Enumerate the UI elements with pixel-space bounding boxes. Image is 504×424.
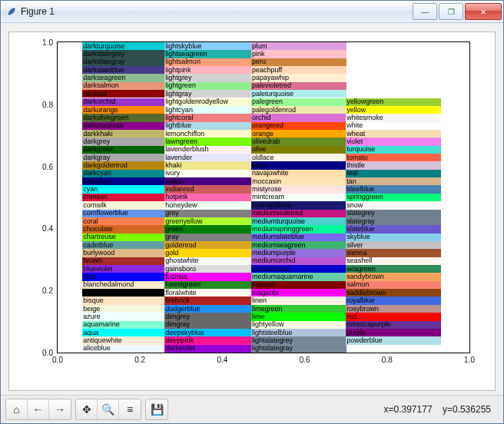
y-tick: 0.0: [42, 349, 53, 357]
color-swatch: cyan: [82, 185, 165, 193]
y-tick: 0.4: [42, 224, 53, 233]
figure-window: Figure 1 — ❐ ✕ darkturquoiselightskyblue…: [0, 0, 504, 424]
color-swatch: lightsalmon: [164, 58, 252, 66]
color-swatch: aqua: [82, 329, 165, 336]
color-swatch: royalblue: [346, 296, 441, 304]
maximize-button[interactable]: ❐: [439, 3, 463, 20]
figure-canvas[interactable]: darkturquoiselightskyblueplumdarkslategr…: [8, 31, 496, 391]
color-swatch: olive: [251, 146, 346, 154]
color-swatch: mediumorchid: [251, 257, 346, 265]
color-swatch: turquoise: [346, 146, 441, 154]
color-swatch: palevioletred: [251, 82, 346, 90]
color-swatch: darkgray: [82, 154, 165, 161]
color-swatch: chocolate: [82, 225, 165, 233]
color-swatch: paleturquoise: [251, 90, 346, 98]
color-swatch: mistyrose: [251, 185, 346, 193]
color-swatch: antiquewhite: [82, 336, 165, 344]
pan-button[interactable]: ✥: [76, 399, 98, 419]
color-swatch: violet: [346, 137, 441, 145]
color-swatch: khaki: [164, 161, 252, 169]
color-swatch: lightgrey: [164, 74, 252, 81]
color-swatch: seagreen: [346, 265, 441, 273]
color-swatch: darkorange: [82, 106, 165, 114]
nav-toolbar: ⌂ ← → ✥ 🔍 ≡ 💾 x=0.397177 y=0.536255: [1, 395, 503, 423]
x-tick: 0.2: [134, 356, 145, 364]
color-swatch: tan: [346, 177, 441, 185]
color-swatch: thistle: [346, 161, 441, 169]
color-swatch: rosybrown: [346, 305, 441, 313]
color-swatch: sienna: [346, 249, 441, 257]
minimize-button[interactable]: —: [413, 3, 437, 20]
save-icon: 💾: [151, 403, 164, 416]
color-swatch: orchid: [251, 114, 346, 121]
x-tick: 0.4: [217, 356, 227, 364]
color-swatch: mintcream: [251, 194, 346, 201]
color-swatch: crimson: [82, 194, 165, 201]
color-swatch: yellow: [346, 106, 441, 114]
home-button[interactable]: ⌂: [6, 399, 28, 419]
color-swatch: olivedrab: [251, 137, 346, 145]
color-swatch: tomato: [346, 154, 441, 161]
color-swatch: darkolivegreen: [82, 114, 165, 121]
y-tick: 1.0: [42, 38, 53, 47]
color-swatch: greenyellow: [164, 217, 252, 225]
color-swatch: silver: [346, 241, 441, 249]
color-swatch: red: [346, 313, 441, 320]
subplots-button[interactable]: ≡: [119, 399, 141, 419]
color-swatch: white: [346, 122, 441, 130]
feather-icon: [5, 6, 16, 17]
color-swatch: cornflowerblue: [82, 210, 165, 217]
color-swatch: gainsboro: [164, 265, 252, 273]
color-swatch: navajowhite: [251, 170, 346, 177]
color-swatch: lawngreen: [164, 137, 252, 145]
home-icon: ⌂: [13, 403, 19, 416]
color-swatch: darkmagenta: [82, 122, 165, 130]
move-icon: ✥: [82, 403, 91, 416]
color-swatch: moccasin: [251, 177, 346, 185]
forward-button[interactable]: →: [49, 399, 71, 419]
color-swatch: sandybrown: [346, 273, 441, 280]
color-swatch: bisque: [82, 296, 165, 304]
color-swatch: lightslategrey: [251, 336, 346, 344]
color-swatch: firebrick: [164, 296, 252, 304]
color-swatch: lightyellow: [251, 321, 346, 329]
color-swatch: slateblue: [346, 225, 441, 233]
axes: darkturquoiselightskyblueplumdarkslategr…: [57, 41, 470, 353]
color-swatch: cadetblue: [82, 241, 165, 249]
sliders-icon: ≡: [127, 403, 133, 416]
zoom-button[interactable]: 🔍: [98, 399, 119, 419]
color-swatch: mediumturquoise: [251, 217, 346, 225]
color-swatch: slategray: [346, 217, 441, 225]
color-swatch: lightpink: [164, 66, 252, 74]
color-swatch: darkred: [82, 90, 165, 98]
color-swatch: darkturquoise: [82, 42, 165, 50]
color-swatch: lightslategray: [251, 345, 346, 353]
close-button[interactable]: ✕: [465, 3, 502, 20]
x-tick: 0.0: [52, 356, 63, 364]
color-swatch: purple: [346, 329, 441, 336]
color-swatch: gray: [164, 234, 252, 241]
color-swatch: pink: [251, 50, 346, 58]
y-tick: 0.2: [42, 287, 53, 295]
color-swatch: saddlebrown: [346, 289, 441, 296]
color-swatch: plum: [251, 42, 346, 50]
color-swatch: floralwhite: [164, 289, 252, 296]
color-swatch: navy: [251, 161, 346, 169]
color-swatch: cornsilk: [82, 201, 165, 209]
color-swatch: darkorchid: [82, 98, 165, 106]
color-swatch: grey: [164, 210, 252, 217]
y-tick: 0.6: [42, 162, 53, 171]
titlebar[interactable]: Figure 1 — ❐ ✕: [1, 1, 503, 23]
save-button[interactable]: 💾: [146, 399, 167, 419]
color-swatch: yellowgreen: [346, 98, 441, 106]
color-swatch: darkslateblue: [82, 66, 165, 74]
color-swatch: azure: [82, 313, 165, 320]
color-swatch: orange: [251, 130, 346, 137]
back-button[interactable]: ←: [28, 399, 49, 419]
color-swatch: lavenderblush: [164, 146, 252, 154]
color-swatch: springgreen: [346, 194, 441, 201]
color-swatch: slategrey: [346, 210, 441, 217]
color-swatch: powderblue: [346, 336, 441, 344]
color-swatch: hotpink: [164, 194, 252, 201]
x-tick: 0.8: [382, 356, 393, 364]
